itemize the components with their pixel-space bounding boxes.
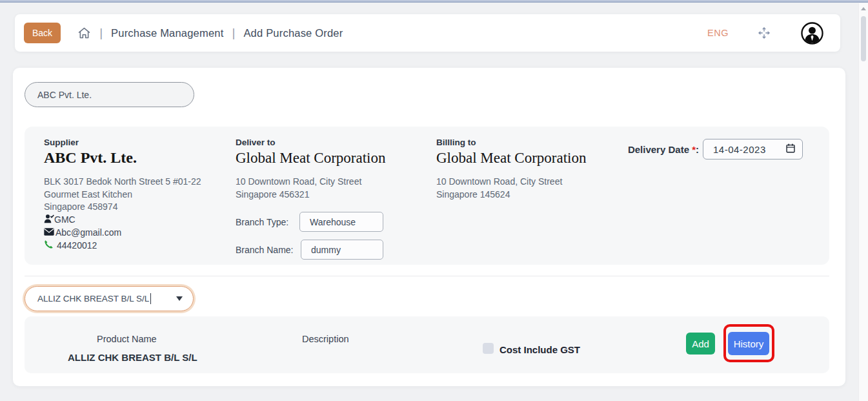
cost-include-gst-checkbox[interactable] [483, 343, 494, 354]
contact-person-icon [44, 214, 54, 227]
phone-icon [44, 240, 54, 253]
description-header: Description [302, 334, 349, 344]
add-button[interactable]: Add [686, 333, 715, 355]
branch-type-field[interactable]: Warehouse [299, 212, 383, 232]
delivery-date-label: Delivery Date *: [628, 144, 699, 155]
product-name-header: Product Name [97, 334, 157, 344]
product-name-value: ALLIZ CHK BREAST B/L S/L [68, 352, 197, 363]
supplier-address-line: Singapore 458974 [44, 201, 201, 214]
breadcrumb-section[interactable]: Purchase Management [111, 27, 223, 39]
text-cursor [150, 293, 151, 304]
supplier-phone: 44420012 [57, 240, 97, 252]
customer-select[interactable]: ABC Pvt. Lte. [25, 82, 194, 107]
billing-to-label: Billling to [436, 138, 587, 147]
delivery-date-input[interactable]: 14-04-2023 [703, 139, 803, 159]
deliver-to-name: Global Meat Corporation [236, 150, 386, 167]
billing-to-column: Billling to Global Meat Corporation 10 D… [436, 138, 587, 201]
browser-top-strip [0, 0, 868, 3]
deliver-to-address-line: Singapore 456321 [236, 189, 386, 201]
branch-name-label: Branch Name: [236, 245, 296, 255]
deliver-to-column: Deliver to Global Meat Corporation 10 Do… [236, 138, 386, 260]
product-search-combobox[interactable]: ALLIZ CHK BREAST B/L S/L [25, 286, 194, 311]
product-search-value: ALLIZ CHK BREAST B/L S/L [37, 294, 149, 303]
supplier-email: Abc@gmail.com [56, 227, 121, 240]
top-navigation-bar: Back | Purchase Management | Add Purchas… [15, 14, 840, 52]
breadcrumb-page: Add Purchase Order [243, 27, 343, 39]
supplier-address-line: Gourmet East Kitchen [44, 189, 201, 201]
back-button[interactable]: Back [24, 23, 61, 43]
cost-include-gst-label: Cost Include GST [500, 344, 580, 355]
branch-name-field[interactable]: dummy [301, 240, 383, 260]
billing-to-address-line: Singapore 145624 [436, 189, 587, 201]
billing-to-name: Global Meat Corporation [436, 150, 587, 167]
delivery-date-value: 14-04-2023 [713, 144, 786, 155]
supplier-label: Supplier [44, 138, 201, 147]
section-divider [25, 276, 829, 276]
scrollbar-thumb[interactable] [861, 16, 866, 61]
billing-to-address-line: 10 Downtown Road, City Street [436, 176, 587, 189]
fullscreen-move-icon[interactable] [757, 26, 771, 40]
delivery-date-group: Delivery Date *: 14-04-2023 [628, 139, 803, 159]
supplier-address-line: BLK 3017 Bedok North Street 5 #01-22 [44, 176, 201, 189]
calendar-icon[interactable] [786, 143, 795, 156]
purchase-order-form-card: ABC Pvt. Lte. Supplier ABC Pvt. Lte. BLK… [13, 68, 845, 386]
home-icon[interactable] [77, 26, 91, 40]
user-avatar[interactable] [801, 22, 823, 45]
language-selector[interactable]: ENG [707, 28, 729, 38]
deliver-to-label: Deliver to [236, 138, 386, 147]
branch-type-label: Branch Type: [236, 217, 296, 227]
page-scrollbar[interactable] [858, 3, 868, 401]
history-button[interactable]: History [728, 332, 769, 355]
supplier-contact-person: GMC [54, 214, 76, 227]
breadcrumb-separator: | [99, 26, 103, 40]
supplier-name: ABC Pvt. Lte. [44, 149, 201, 167]
email-icon [44, 227, 54, 240]
deliver-to-address-line: 10 Downtown Road, City Street [236, 176, 386, 189]
supplier-column: Supplier ABC Pvt. Lte. BLK 3017 Bedok No… [44, 138, 201, 252]
product-entry-row: Product Name Description ALLIZ CHK BREAS… [25, 316, 829, 373]
chevron-down-icon[interactable] [176, 296, 183, 301]
breadcrumb-separator: | [232, 26, 235, 40]
scrollbar-up-arrow-icon[interactable] [861, 7, 866, 10]
order-info-section: Supplier ABC Pvt. Lte. BLK 3017 Bedok No… [25, 127, 829, 265]
